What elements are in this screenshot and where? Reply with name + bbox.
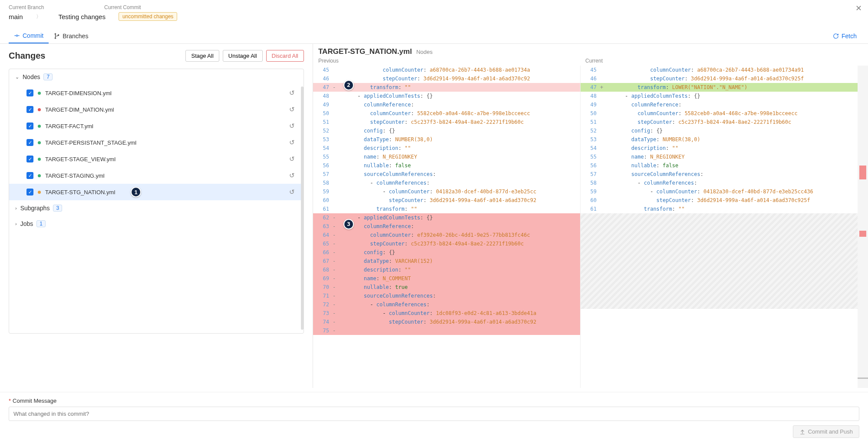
file-item[interactable]: ✓TARGET-DIMENSION.yml↺ <box>9 85 304 101</box>
code-line: 49 columnReference: <box>581 100 868 109</box>
code-line: 49 columnReference: <box>313 100 580 109</box>
annotation-3: 3 <box>343 219 354 229</box>
status-dot <box>38 92 41 95</box>
commit-name[interactable]: Testing changes <box>59 13 106 20</box>
tab-branches[interactable]: Branches <box>49 29 93 43</box>
undo-icon[interactable]: ↺ <box>289 106 295 113</box>
file-item[interactable]: ✓TARGET-DIM_NATION.yml↺ <box>9 101 304 118</box>
annotation-2: 2 <box>343 80 354 90</box>
section-subgraphs-label: Subgraphs <box>20 205 50 212</box>
undo-icon[interactable]: ↺ <box>289 155 295 163</box>
file-name: TARGET-STAGE_VIEW.yml <box>45 156 116 162</box>
svg-point-3 <box>55 33 56 34</box>
chevron-right-icon: 〉 <box>36 13 41 20</box>
code-line: 58 - columnReferences: <box>581 179 868 187</box>
status-dot <box>38 191 41 194</box>
section-jobs[interactable]: › Jobs 1 <box>9 216 304 232</box>
file-name: TARGET-STAGING.yml <box>45 172 105 179</box>
code-line: 60 stepCounter: 3d6d2914-999a-4a6f-a014-… <box>581 196 868 205</box>
code-line: 67- dataType: VARCHAR(152) <box>313 257 580 265</box>
fetch-button[interactable]: Fetch <box>833 33 857 40</box>
checkbox[interactable]: ✓ <box>26 139 33 146</box>
discard-all-button[interactable]: Discard All <box>266 50 304 62</box>
chevron-down-icon: ⌄ <box>15 74 19 80</box>
undo-icon[interactable]: ↺ <box>289 172 295 179</box>
code-line: 50 columnCounter: 5582ceb0-a0a4-468c-a7b… <box>313 109 580 118</box>
diff-viewer[interactable]: 2 3 45 columnCounter: a68700ca-26b7-4443… <box>313 66 868 388</box>
fetch-icon <box>833 33 839 39</box>
unstage-all-button[interactable]: Unstage All <box>223 50 263 62</box>
file-item[interactable]: ✓TARGET-STG_NATION.yml1↺ <box>9 184 304 200</box>
commit-icon <box>14 33 20 39</box>
branch-header-label: Current Branch <box>9 4 52 10</box>
code-line: 75- <box>313 326 580 335</box>
file-name: TARGET-FACT.yml <box>45 123 93 129</box>
code-line: 57 sourceColumnReferences: <box>581 170 868 179</box>
diff-minimap[interactable] <box>858 66 868 388</box>
tab-commit[interactable]: Commit <box>9 29 49 43</box>
fetch-label: Fetch <box>842 33 857 40</box>
stage-all-button[interactable]: Stage All <box>185 50 219 62</box>
branch-name[interactable]: main <box>9 13 23 20</box>
code-line: 64- columnCounter: ef392e40-26bc-4dd1-9e… <box>313 231 580 239</box>
svg-point-4 <box>55 38 56 39</box>
jobs-count-badge: 1 <box>36 220 46 227</box>
code-line: 60 stepCounter: 3d6d2914-999a-4a6f-a014-… <box>313 196 580 205</box>
undo-icon[interactable]: ↺ <box>289 89 295 97</box>
close-icon[interactable]: ✕ <box>855 3 862 13</box>
code-line: 70- nullable: true <box>313 283 580 292</box>
checkbox[interactable]: ✓ <box>26 189 33 195</box>
section-nodes-label: Nodes <box>23 73 40 80</box>
undo-icon[interactable]: ↺ <box>289 188 295 196</box>
commit-push-button[interactable]: Commit and Push <box>793 425 859 438</box>
status-dot <box>38 158 41 161</box>
checkbox[interactable]: ✓ <box>26 123 33 129</box>
undo-icon[interactable]: ↺ <box>289 122 295 130</box>
code-line: 55 name: N_REGIONKEY <box>581 152 868 161</box>
checkbox[interactable]: ✓ <box>26 172 33 179</box>
checkbox[interactable]: ✓ <box>26 89 33 96</box>
code-line: 74- stepCounter: 3d6d2914-999a-4a6f-a014… <box>313 318 580 326</box>
code-line: 50 columnCounter: 5582ceb0-a0a4-468c-a7b… <box>581 109 868 118</box>
commit-message-input[interactable] <box>9 407 859 421</box>
tab-commit-label: Commit <box>23 32 43 39</box>
code-line: 45 columnCounter: a68700ca-26b7-4443-b68… <box>581 66 868 74</box>
code-line: 47+ transform: LOWER("NATION"."N_NAME") <box>581 83 868 92</box>
code-line: 54 description: "" <box>313 144 580 152</box>
code-line: 65- stepCounter: c5c237f3-b824-49a4-8ae2… <box>313 239 580 248</box>
svg-point-0 <box>16 35 18 36</box>
code-line: 69- name: N_COMMENT <box>313 274 580 283</box>
code-line: 59 - columnCounter: 04182a30-dcef-40bd-8… <box>581 187 868 196</box>
section-subgraphs[interactable]: › Subgraphs 3 <box>9 200 304 216</box>
chevron-right-icon: › <box>15 221 17 226</box>
file-item[interactable]: ✓TARGET-PERSISTANT_STAGE.yml↺ <box>9 134 304 151</box>
file-item[interactable]: ✓TARGET-FACT.yml↺ <box>9 118 304 134</box>
changes-list: ⌄ Nodes 7 ✓TARGET-DIMENSION.yml↺✓TARGET-… <box>9 69 304 334</box>
code-line: 53 dataType: NUMBER(38,0) <box>581 135 868 144</box>
status-dot <box>38 174 41 177</box>
checkbox[interactable]: ✓ <box>26 156 33 162</box>
section-nodes[interactable]: ⌄ Nodes 7 <box>9 69 304 85</box>
undo-icon[interactable]: ↺ <box>289 139 295 146</box>
file-name: TARGET-DIMENSION.yml <box>45 90 112 96</box>
code-line: 45 columnCounter: a68700ca-26b7-4443-b68… <box>313 66 580 74</box>
nodes-count-badge: 7 <box>43 73 53 80</box>
branch-icon <box>54 33 60 39</box>
tab-branches-label: Branches <box>63 33 88 40</box>
code-line: 57 sourceColumnReferences: <box>313 170 580 179</box>
code-line: 48 - appliedColumnTests: {} <box>581 92 868 100</box>
upload-icon <box>799 429 805 435</box>
scrollbar[interactable] <box>301 86 304 330</box>
code-line: 55 name: N_REGIONKEY <box>313 152 580 161</box>
status-dot <box>38 108 41 111</box>
annotation-1: 1 <box>131 187 141 197</box>
code-line: 61 transform: "" <box>313 205 580 213</box>
file-name: TARGET-PERSISTANT_STAGE.yml <box>45 139 136 146</box>
file-item[interactable]: ✓TARGET-STAGING.yml↺ <box>9 167 304 184</box>
subgraphs-count-badge: 3 <box>53 205 62 212</box>
commit-push-label: Commit and Push <box>808 428 853 435</box>
code-line: 59 - columnCounter: 04182a30-dcef-40bd-8… <box>313 187 580 196</box>
checkbox[interactable]: ✓ <box>26 106 33 113</box>
file-item[interactable]: ✓TARGET-STAGE_VIEW.yml↺ <box>9 151 304 167</box>
diff-empty-region <box>581 213 868 309</box>
